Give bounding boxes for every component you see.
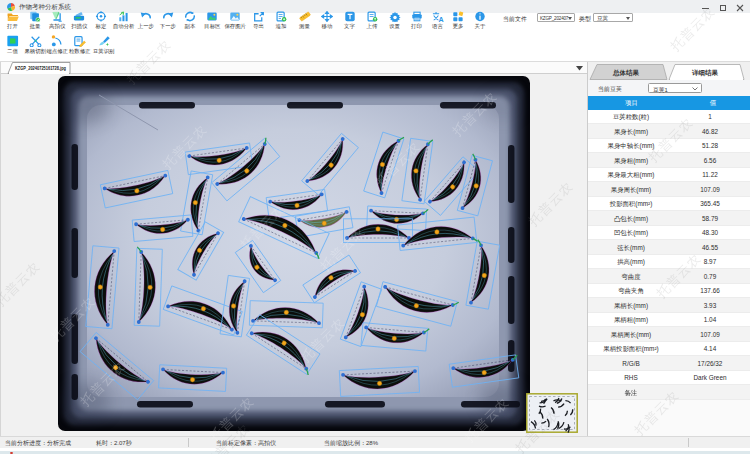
- svg-text:KZGP_20240725161728.jpg: KZGP_20240725161728.jpg: [15, 66, 66, 71]
- svg-text:A: A: [438, 16, 443, 22]
- svg-text:总体结果: 总体结果: [612, 69, 640, 77]
- svg-text:详细结果: 详细结果: [691, 69, 719, 77]
